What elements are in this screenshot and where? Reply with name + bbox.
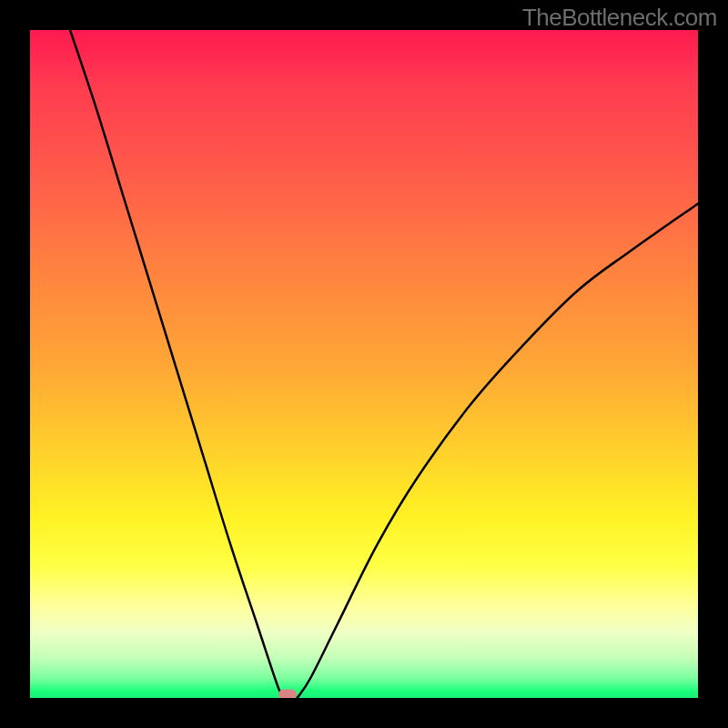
curve-svg bbox=[30, 30, 698, 698]
attribution-text: TheBottleneck.com bbox=[522, 4, 717, 32]
minimum-marker bbox=[278, 690, 297, 698]
right-branch-path bbox=[298, 204, 698, 698]
left-branch-path bbox=[70, 30, 284, 698]
chart-plot-area bbox=[30, 30, 698, 698]
